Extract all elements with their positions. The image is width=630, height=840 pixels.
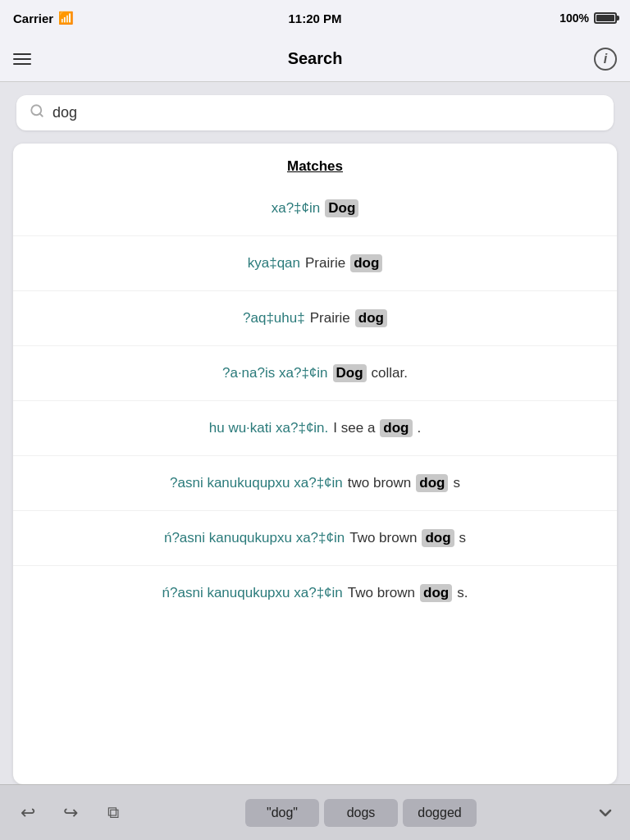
bottom-bar: ↩ ↪ ⧉ "dog" dogs dogged bbox=[0, 784, 630, 840]
highlight-word: dog bbox=[350, 254, 382, 272]
english-text: . bbox=[418, 420, 422, 436]
status-left: Carrier 📶 bbox=[13, 11, 74, 25]
list-item: ń?asni kanuqukupxu xa?‡¢in Two brown dog… bbox=[13, 566, 617, 620]
english-text: Prairie bbox=[305, 255, 345, 272]
native-word: ń?asni kanuqukupxu xa?‡¢in bbox=[164, 530, 345, 546]
highlight-word: dog bbox=[380, 419, 412, 437]
highlight-word: dog bbox=[355, 309, 387, 327]
native-word: ?aq‡uhu‡ bbox=[243, 310, 305, 326]
native-word: ń?asni kanuqukupxu xa?‡¢in bbox=[162, 585, 343, 601]
suggestion-dogged[interactable]: dogged bbox=[403, 799, 477, 827]
english-text: I see a bbox=[333, 420, 375, 436]
native-word: xa?‡¢in bbox=[272, 200, 321, 217]
english-text: s. bbox=[457, 585, 468, 601]
battery-fill bbox=[596, 15, 614, 21]
copy-icon: ⧉ bbox=[107, 803, 119, 822]
list-item: ?a·na?is xa?‡¢in Dog collar. bbox=[13, 346, 617, 401]
page-title: Search bbox=[288, 49, 343, 68]
matches-header: Matches bbox=[13, 144, 617, 181]
native-word: ?a·na?is xa?‡¢in bbox=[222, 365, 328, 381]
status-bar: Carrier 📶 11:20 PM 100% bbox=[0, 0, 630, 36]
nav-bar: Search i bbox=[0, 36, 630, 82]
status-right: 100% bbox=[559, 11, 617, 25]
search-input[interactable]: dog bbox=[52, 104, 600, 121]
list-item: xa?‡¢in Dog bbox=[13, 181, 617, 236]
forward-button[interactable]: ↪ bbox=[52, 795, 89, 831]
suggestion-dog-quoted[interactable]: "dog" bbox=[245, 799, 319, 827]
menu-button[interactable] bbox=[13, 53, 31, 65]
list-item: ?aq‡uhu‡ Prairie dog bbox=[13, 291, 617, 346]
info-icon: i bbox=[604, 52, 607, 66]
svg-line-1 bbox=[39, 113, 42, 116]
copy-button[interactable]: ⧉ bbox=[95, 795, 131, 831]
suggestion-pills: "dog" dogs dogged bbox=[138, 799, 584, 827]
list-item: hu wu·kati xa?‡¢in. I see a dog . bbox=[13, 401, 617, 456]
highlight-word: dog bbox=[420, 584, 452, 602]
english-text: Two brown bbox=[349, 530, 417, 546]
highlight-word: Dog bbox=[333, 364, 367, 382]
highlight-word: dog bbox=[416, 474, 448, 492]
native-word: ?asni kanukuqupxu xa?‡¢in bbox=[170, 475, 343, 491]
hamburger-icon bbox=[13, 53, 31, 55]
english-text: Two brown bbox=[348, 585, 415, 601]
english-text: collar. bbox=[372, 365, 408, 381]
native-word: hu wu·kati xa?‡¢in. bbox=[209, 420, 329, 436]
info-button[interactable]: i bbox=[594, 48, 617, 71]
search-icon bbox=[30, 103, 44, 122]
battery-icon bbox=[594, 12, 617, 24]
search-container: dog bbox=[0, 82, 630, 144]
search-box[interactable]: dog bbox=[16, 95, 614, 130]
list-item: ń?asni kanuqukupxu xa?‡¢in Two brown dog… bbox=[13, 511, 617, 566]
list-item: ?asni kanukuqupxu xa?‡¢in two brown dog … bbox=[13, 456, 617, 511]
results-card: Matches xa?‡¢in Dog kya‡qan Prairie dog … bbox=[13, 144, 617, 784]
english-text: s bbox=[459, 530, 467, 546]
hamburger-icon bbox=[13, 63, 31, 65]
highlight-word: Dog bbox=[325, 199, 358, 217]
back-icon: ↩ bbox=[21, 802, 35, 824]
wifi-icon: 📶 bbox=[58, 11, 74, 25]
carrier-label: Carrier bbox=[13, 11, 53, 25]
status-time: 11:20 PM bbox=[288, 11, 341, 25]
suggestion-dogs[interactable]: dogs bbox=[324, 799, 398, 827]
chevron-down-button[interactable] bbox=[591, 795, 620, 831]
english-text: s bbox=[453, 475, 460, 491]
highlight-word: dog bbox=[422, 529, 454, 547]
battery-label: 100% bbox=[559, 11, 589, 25]
back-button[interactable]: ↩ bbox=[10, 795, 46, 831]
list-item: kya‡qan Prairie dog bbox=[13, 236, 617, 291]
english-text: two brown bbox=[348, 475, 411, 491]
english-text: Prairie bbox=[310, 310, 350, 326]
forward-icon: ↪ bbox=[63, 802, 78, 824]
native-word: kya‡qan bbox=[248, 255, 300, 272]
hamburger-icon bbox=[13, 58, 31, 60]
